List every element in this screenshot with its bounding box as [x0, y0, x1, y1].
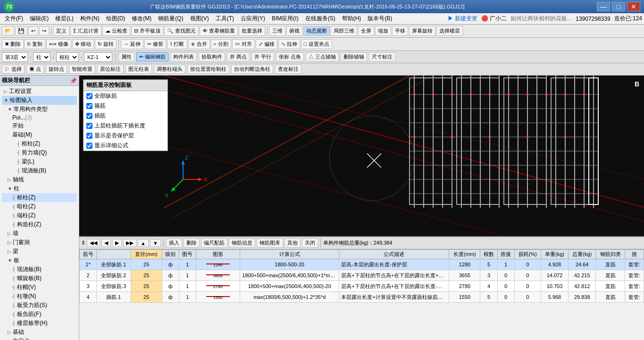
- menu-cloud[interactable]: 云应用(Y): [238, 14, 268, 24]
- find-elem-btn[interactable]: 🔍 查找图元: [164, 26, 199, 36]
- point-angle-btn[interactable]: 坐标 点角: [276, 52, 304, 61]
- dynamic-view-btn[interactable]: 动态观察: [303, 26, 330, 36]
- property-btn[interactable]: 属性: [118, 52, 134, 61]
- dimension-btn[interactable]: 尺寸标注: [369, 52, 395, 61]
- 3d-btn[interactable]: 三维: [269, 26, 285, 36]
- break-btn[interactable]: ⌇ 打断: [167, 39, 187, 49]
- three-point-btn[interactable]: △ 三点辅轴: [306, 52, 339, 61]
- stretch-btn[interactable]: ⤡ 拉伸: [278, 39, 300, 49]
- rotate-btn[interactable]: ↻ 旋转: [95, 39, 117, 49]
- rebar-check-stirrup[interactable]: 箍筋: [84, 101, 167, 111]
- menu-modify[interactable]: 修改(M): [129, 14, 154, 24]
- sidebar-item-beam[interactable]: ┤ 梁(L): [2, 157, 77, 166]
- sidebar-item-foundation-cat[interactable]: ▷ 基础: [2, 328, 77, 337]
- rebar-check-protection[interactable]: 显示是否保护层: [84, 131, 167, 141]
- toolbar-undo-btn[interactable]: ↩: [28, 26, 38, 35]
- define-btn[interactable]: 定义: [53, 26, 69, 36]
- menu-edit[interactable]: 编辑(E): [27, 14, 51, 24]
- insert-btn[interactable]: 插入: [166, 238, 182, 247]
- pick-component-btn[interactable]: 拾取构件: [199, 52, 225, 61]
- sidebar-item-axis[interactable]: ▷ 轴线: [2, 175, 77, 184]
- rebar-checkbox-all-longit[interactable]: [86, 93, 92, 99]
- sidebar-item-col-cat[interactable]: ▼ 柱: [2, 184, 77, 193]
- delete-axis-btn[interactable]: 删除辅轴: [341, 52, 367, 61]
- menu-tools[interactable]: 工具(T): [213, 14, 237, 24]
- draw-by-pos-btn[interactable]: 按位置置绘制柱: [187, 65, 229, 74]
- delete-row-btn[interactable]: 删除: [184, 238, 200, 247]
- sidebar-item-poi[interactable]: Poi...(J): [2, 114, 77, 121]
- trim-btn[interactable]: ✂ 修剪: [144, 39, 166, 49]
- component-name-select[interactable]: KZ-1: [84, 52, 112, 62]
- menu-rebar-qty[interactable]: 钢筋量(Q): [155, 14, 186, 24]
- parallel-btn[interactable]: 并 平行: [251, 52, 274, 61]
- other-btn[interactable]: 其他: [284, 238, 301, 247]
- rebar-info-btn[interactable]: 钢筋信息: [229, 238, 255, 247]
- rebar-check-formula[interactable]: 显示详细公式: [84, 141, 167, 151]
- sidebar-item-shear-wall[interactable]: ┤ 剪力墙(Q): [2, 148, 77, 157]
- sidebar-item-col-base[interactable]: ┤ 柱墩(N): [2, 292, 77, 301]
- sidebar-item-cast-slab[interactable]: ┤ 现浇板(B): [2, 166, 77, 175]
- rebar-checkbox-insert[interactable]: [86, 113, 92, 119]
- sidebar-item-neg-rebar[interactable]: ┤ 板负筋(F): [2, 310, 77, 319]
- sidebar-item-col-cap[interactable]: ┤ 柱帽(V): [2, 283, 77, 292]
- view-rebar-btn[interactable]: 👁 查看钢筋量: [200, 26, 238, 36]
- nav-prev-btn[interactable]: ◀: [101, 239, 111, 247]
- sidebar-item-common-types[interactable]: ▼ 常用构件类型: [2, 105, 77, 114]
- toolbar-redo-btn[interactable]: ↪: [39, 26, 49, 35]
- table-row[interactable]: 3 全部纵筋.3 25 ф 1 2780 1800+500+max(2500/6…: [80, 281, 644, 292]
- select-mode-btn[interactable]: ▷ 选择: [2, 65, 25, 74]
- sidebar-item-start[interactable]: 开始: [2, 121, 77, 130]
- table-row[interactable]: 1* 全部纵筋.1 25 ф 1 1280 1800-500-20 层高-本层的…: [80, 259, 644, 270]
- sidebar-item-wall-cat[interactable]: ▷ 墙: [2, 229, 77, 238]
- zoom-btn[interactable]: 缩放: [375, 26, 391, 36]
- component-select[interactable]: 框柱: [56, 52, 79, 62]
- sidebar-item-frame-col[interactable]: ┤ 框柱(Z): [2, 139, 77, 148]
- sidebar-item-draw-input[interactable]: ▼ 绘图输入: [2, 96, 77, 105]
- nav-first-btn[interactable]: ◀◀: [87, 239, 100, 247]
- component-type-select[interactable]: 柱: [33, 52, 50, 62]
- elem-col-table-btn[interactable]: 图元柱表: [125, 65, 152, 74]
- in-place-mark-btn[interactable]: 原位标注: [97, 65, 124, 74]
- floor-select[interactable]: 第3层: [2, 52, 28, 62]
- rebar-checkbox-formula[interactable]: [86, 143, 92, 149]
- edit-rebar-btn[interactable]: ✏ 编辑钢筋: [136, 52, 168, 61]
- sidebar-item-slab-cat[interactable]: ▼ 板: [2, 256, 77, 265]
- sidebar-item-spiral-slab[interactable]: ┤ 螺旋板(B): [2, 274, 77, 283]
- point-btn[interactable]: ▣ 点: [26, 65, 44, 74]
- set-grip-btn[interactable]: □ 设置夹点: [301, 39, 332, 49]
- sidebar-item-gz[interactable]: ┤ 构造柱(Z): [2, 220, 77, 229]
- minimize-button[interactable]: —: [597, 2, 610, 11]
- auto-judge-col-btn[interactable]: 自动判断边角柱: [231, 65, 273, 74]
- pan-btn[interactable]: 平移: [392, 26, 408, 36]
- sidebar-item-cast-slab2[interactable]: ┤ 现浇板(B): [2, 265, 77, 274]
- top-view-btn[interactable]: 俯视: [286, 26, 302, 36]
- sidebar-item-floor-band[interactable]: ┤ 楼层板带(H): [2, 319, 77, 328]
- level-plate-btn[interactable]: ⊟ 齐平板顶: [131, 26, 163, 36]
- menu-floor[interactable]: 楼层(L): [52, 14, 76, 24]
- nav-down-btn[interactable]: ▼: [150, 239, 161, 247]
- nav-up-btn[interactable]: ▲: [138, 239, 149, 247]
- menu-draw[interactable]: 绘图(D): [103, 14, 128, 24]
- smart-layout-btn[interactable]: 智能布置: [69, 65, 95, 74]
- adjust-col-end-btn[interactable]: 调整柱端头: [154, 65, 185, 74]
- menu-view[interactable]: 视图(V): [187, 14, 212, 24]
- rotate-point-btn[interactable]: 旋转点: [46, 65, 67, 74]
- nav-last-btn[interactable]: ▶▶: [123, 239, 136, 247]
- local-3d-btn[interactable]: 局部三维: [331, 26, 357, 36]
- dimension-config-btn[interactable]: 编尺配筋: [201, 238, 227, 247]
- menu-version[interactable]: 版本号(B): [365, 14, 395, 24]
- rebar-check-upper-insert[interactable]: 上层柱插筋下插长度: [84, 121, 167, 131]
- toolbar-save-btn[interactable]: 💾: [15, 26, 27, 35]
- rebar-checkbox-upper-insert[interactable]: [86, 123, 92, 129]
- check-mark-btn[interactable]: 查改标注: [275, 65, 301, 74]
- menu-help[interactable]: 帮助(H): [339, 14, 364, 24]
- sidebar-item-slab-rebar[interactable]: ┤ 板受力筋(S): [2, 301, 77, 310]
- rebar-checkbox-protection[interactable]: [86, 133, 92, 139]
- fullscreen-btn[interactable]: 全屏: [358, 26, 374, 36]
- restore-button[interactable]: □: [612, 2, 625, 11]
- align-btn[interactable]: ⇔ 对齐: [232, 39, 255, 49]
- split-btn[interactable]: ÷ 分割: [211, 39, 231, 49]
- menu-component[interactable]: 构件(N): [77, 14, 102, 24]
- mirror-btn[interactable]: ⟺ 镜像: [46, 39, 71, 49]
- component-list-btn[interactable]: 构件列表: [170, 52, 197, 61]
